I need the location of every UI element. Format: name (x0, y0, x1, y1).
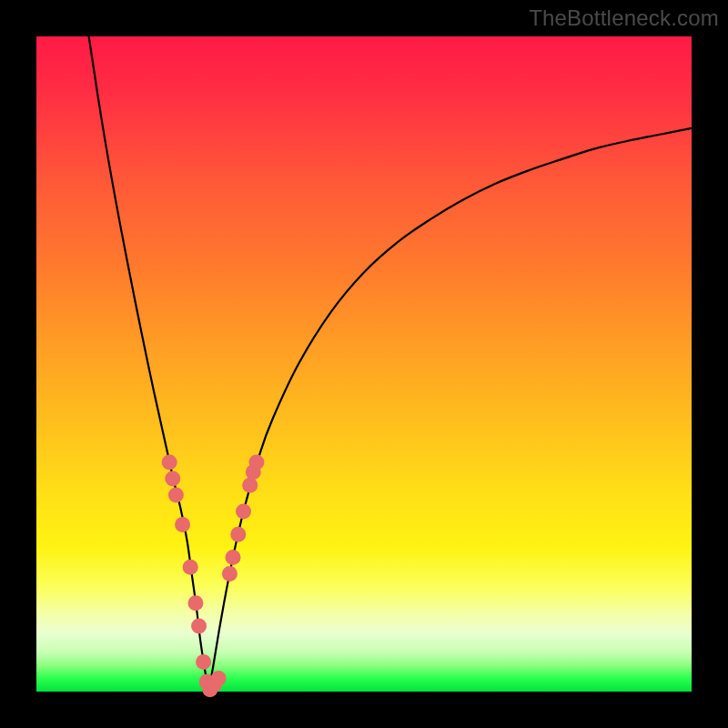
watermark-text: TheBottleneck.com (529, 5, 719, 31)
chart-svg (36, 36, 692, 692)
marker-point (211, 671, 227, 686)
marker-point (230, 527, 246, 542)
chart-frame: TheBottleneck.com (0, 0, 728, 728)
curve-right-branch (208, 128, 692, 692)
marker-point (222, 566, 238, 581)
curve-left-branch (89, 36, 209, 692)
marker-point (187, 595, 203, 611)
curve-layer (89, 36, 692, 692)
marker-point (165, 471, 180, 487)
marker-point (191, 619, 207, 634)
marker-point (226, 550, 241, 565)
marker-point (175, 517, 190, 532)
marker-point (168, 488, 184, 503)
marker-point (242, 478, 258, 493)
plot-area (36, 36, 692, 692)
marker-layer (162, 455, 265, 698)
marker-point (236, 504, 251, 520)
marker-point (196, 654, 211, 670)
marker-point (248, 455, 264, 470)
marker-point (183, 560, 198, 575)
marker-point (162, 455, 177, 470)
